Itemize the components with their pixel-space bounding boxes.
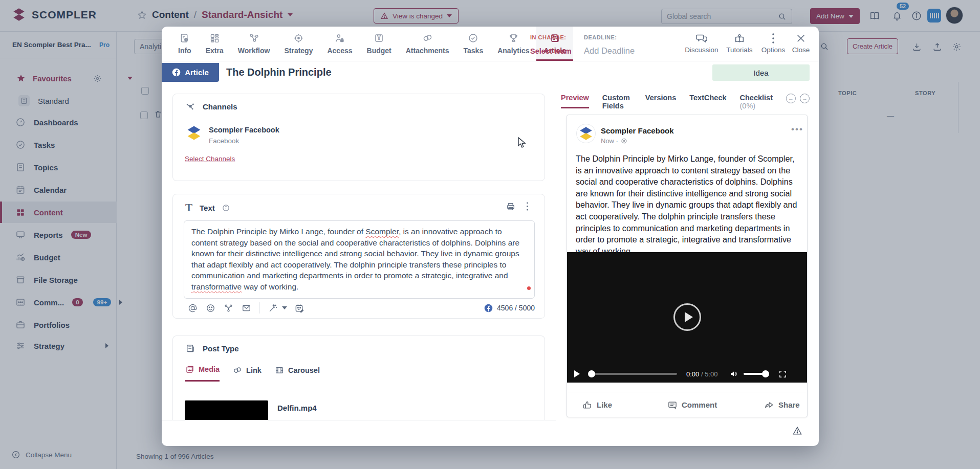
comment-label: Comment xyxy=(682,400,717,409)
article-modal: Info Extra Workflow Strategy xyxy=(162,27,819,446)
print-icon[interactable] xyxy=(506,202,516,212)
tab-checklist[interactable]: Checklist (0%) xyxy=(740,94,773,115)
tab-tasks[interactable]: Tasks xyxy=(456,27,491,61)
mute-speaker-icon[interactable] xyxy=(729,369,738,378)
kebab-menu-icon xyxy=(772,33,775,44)
facebook-icon xyxy=(172,68,181,77)
time-separator: / xyxy=(701,370,703,378)
post-type-tab-carousel[interactable]: Carousel xyxy=(275,365,320,382)
tab-preview[interactable]: Preview xyxy=(561,94,589,108)
select-team-link[interactable]: Select team xyxy=(530,47,572,55)
select-channels-link[interactable]: Select Channels xyxy=(185,155,235,163)
arrow-right-icon[interactable]: → xyxy=(800,94,810,103)
newspaper-icon xyxy=(185,343,195,353)
char-count-value: 4506 / 5000 xyxy=(497,304,535,312)
tab-label: Extra xyxy=(206,47,224,55)
tab-label: Attachments xyxy=(406,47,449,55)
like-label: Like xyxy=(597,400,612,409)
tutorials-button[interactable]: Tutorials xyxy=(721,33,758,54)
extra-grid-icon xyxy=(209,33,220,43)
chevron-down-icon[interactable] xyxy=(282,306,287,309)
tab-attachments[interactable]: Attachments xyxy=(399,27,456,61)
play-icon[interactable] xyxy=(574,370,580,377)
share-label: Share xyxy=(778,400,800,409)
ai-writer-robot-icon[interactable] xyxy=(290,303,308,314)
add-deadline-link[interactable]: Add Deadline xyxy=(584,46,635,56)
status-badge[interactable]: Idea xyxy=(712,64,810,81)
email-icon[interactable] xyxy=(237,303,255,313)
comment-bubble-icon xyxy=(667,400,678,410)
tab-label: Workflow xyxy=(238,47,270,55)
tab-access[interactable]: Access xyxy=(320,27,359,61)
text-part: The Dolphin Principle by Mirko Lange, fo… xyxy=(191,227,365,236)
page-avatar xyxy=(576,124,596,143)
tab-info[interactable]: Info xyxy=(171,27,199,61)
tab-label: Budget xyxy=(367,47,391,55)
post-time-value: Now · xyxy=(601,137,618,145)
check-circle-icon xyxy=(468,33,478,43)
workflow-nodes-icon xyxy=(249,33,259,43)
tab-label: Access xyxy=(327,47,352,55)
media-thumbnail[interactable] xyxy=(185,400,268,420)
fullscreen-icon[interactable] xyxy=(778,370,787,378)
close-button[interactable]: Close xyxy=(782,33,820,54)
channel-network: Facebook xyxy=(209,137,239,145)
channels-title: Channels xyxy=(203,102,237,111)
editor-toolbar: 4506 / 5000 xyxy=(184,299,535,317)
text-options-kebab-icon[interactable] xyxy=(526,202,529,211)
text-header: T Text xyxy=(185,202,230,214)
tab-custom-fields[interactable]: Custom Fields xyxy=(602,94,632,115)
tab-strategy[interactable]: Strategy xyxy=(277,27,320,61)
info-document-icon xyxy=(179,33,190,43)
text-card: T Text The Dolphin Principle by Mirko La… xyxy=(172,194,545,319)
text-title: Text xyxy=(200,204,215,212)
post-type-tab-link[interactable]: Link xyxy=(233,365,262,382)
tab-budget[interactable]: $ Budget xyxy=(360,27,399,61)
progress-handle[interactable] xyxy=(588,370,595,377)
validation-warning-icon[interactable] xyxy=(792,426,802,436)
post-text-editor[interactable]: The Dolphin Principle by Mirko Lange, fo… xyxy=(184,220,535,299)
volume-handle[interactable] xyxy=(762,370,769,377)
info-icon[interactable] xyxy=(222,204,230,212)
toolbar-divider xyxy=(259,302,260,314)
media-icon xyxy=(185,365,194,374)
post-type-tab-media[interactable]: Media xyxy=(185,365,220,382)
trophy-icon xyxy=(508,33,519,43)
in-charge-label: IN CHARGE: xyxy=(530,34,566,40)
video-player[interactable]: 0:00 / 5:00 xyxy=(567,252,807,383)
current-time: 0:00 xyxy=(686,370,699,378)
close-icon xyxy=(796,33,805,44)
variables-icon[interactable] xyxy=(220,303,237,313)
scroll-cut-divider xyxy=(162,420,556,420)
post-menu-dots-icon[interactable]: ••• xyxy=(791,124,803,135)
share-button[interactable]: Share xyxy=(764,400,800,410)
app-root: SCOMPLER Content / Standard-Ansicht View… xyxy=(0,0,980,469)
tab-label: Info xyxy=(178,47,191,55)
article-title[interactable]: The Dolphin Principle xyxy=(226,66,332,78)
tab-extra[interactable]: Extra xyxy=(199,27,231,61)
volume-slider[interactable] xyxy=(744,373,768,375)
unsaved-indicator-dot xyxy=(527,286,531,290)
tab-analytics[interactable]: Analytics xyxy=(490,27,536,61)
play-icon xyxy=(685,312,693,322)
video-progress-bar[interactable] xyxy=(589,373,677,375)
play-button-overlay[interactable] xyxy=(673,303,701,331)
ai-magic-wand-icon[interactable] xyxy=(264,303,282,313)
comment-button[interactable]: Comment xyxy=(667,400,717,410)
post-time: Now · xyxy=(601,137,627,145)
tab-workflow[interactable]: Workflow xyxy=(231,27,277,61)
mention-icon[interactable] xyxy=(184,303,202,313)
tab-textcheck[interactable]: TextCheck xyxy=(689,94,726,107)
char-counter: 4506 / 5000 xyxy=(484,304,535,312)
mouse-cursor xyxy=(517,137,527,148)
emoji-icon[interactable] xyxy=(202,303,220,313)
facebook-preview-card: Scompler Facebook Now · ••• The Dolphin … xyxy=(567,115,808,417)
arrow-left-icon[interactable]: ← xyxy=(786,94,796,103)
discussion-button[interactable]: Discussion xyxy=(683,33,721,54)
tab-article[interactable]: Article xyxy=(536,27,573,61)
like-button[interactable]: Like xyxy=(582,400,612,410)
tab-versions[interactable]: Versions xyxy=(645,94,676,107)
channel-logo[interactable] xyxy=(185,124,203,142)
chain-link-icon xyxy=(233,366,242,375)
checklist-percentage: (0%) xyxy=(740,102,756,110)
